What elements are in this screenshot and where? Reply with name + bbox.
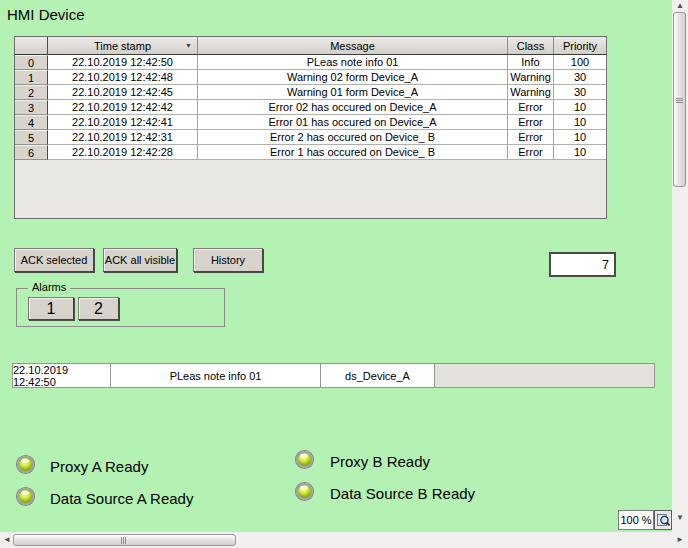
cell-priority: 10 [554, 145, 606, 160]
alarm-row[interactable]: 6 22.10.2019 12:42:28 Error 1 has occure… [15, 145, 606, 160]
scroll-down-icon[interactable]: ▼ [676, 514, 684, 522]
zoom-level-value: 100 % [618, 510, 654, 530]
proxy-b-label: Proxy B Ready [330, 451, 430, 472]
page-title: HMI Device [7, 6, 85, 23]
scroll-up-icon[interactable]: ▲ [676, 2, 684, 10]
cell-class: Error [508, 100, 554, 115]
cell-message: Error 01 has occured on Device_A [198, 115, 508, 130]
alarm-table-header: Time stamp ▼ Message Class Priority [15, 37, 606, 55]
sort-desc-icon: ▼ [185, 42, 192, 49]
cell-priority: 100 [554, 55, 606, 70]
row-number: 2 [15, 85, 48, 100]
horizontal-scrollbar[interactable]: ◄ ► [0, 532, 688, 548]
cell-priority: 30 [554, 85, 606, 100]
proxy-a-led-icon [17, 456, 34, 473]
horizontal-scrollbar-thumb[interactable] [13, 534, 236, 546]
cell-message: Error 2 has occured on Device_ B [198, 130, 508, 145]
alarm-line-timestamp: 22.10.2019 12:42:50 [12, 363, 111, 388]
alarm-table: Time stamp ▼ Message Class Priority 0 22… [14, 36, 607, 219]
alarm-row[interactable]: 5 22.10.2019 12:42:31 Error 2 has occure… [15, 130, 606, 145]
cell-timestamp: 22.10.2019 12:42:45 [48, 85, 198, 100]
ack-selected-button[interactable]: ACK selected [14, 248, 94, 272]
cell-message: PLeas note info 01 [198, 55, 508, 70]
row-number: 6 [15, 145, 48, 160]
alarm-line-message: PLeas note info 01 [111, 363, 321, 388]
cell-timestamp: 22.10.2019 12:42:50 [48, 55, 198, 70]
cell-timestamp: 22.10.2019 12:42:42 [48, 100, 198, 115]
cell-priority: 30 [554, 70, 606, 85]
cell-timestamp: 22.10.2019 12:42:28 [48, 145, 198, 160]
cell-message: Warning 01 form Device_A [198, 85, 508, 100]
cell-priority: 10 [554, 115, 606, 130]
row-number: 1 [15, 70, 48, 85]
scrollbar-grip-icon [676, 98, 683, 103]
proxy-a-label: Proxy A Ready [50, 456, 148, 477]
cell-class: Info [508, 55, 554, 70]
data-source-a-led-icon [17, 488, 34, 505]
cell-timestamp: 22.10.2019 12:42:31 [48, 130, 198, 145]
vertical-scrollbar-thumb[interactable] [673, 12, 686, 187]
alarm-line-source: ds_Device_A [321, 363, 435, 388]
screen-background: HMI Device Time stamp ▼ Message Class Pr… [0, 0, 672, 532]
row-number: 5 [15, 130, 48, 145]
data-source-b-led-icon [296, 483, 313, 500]
data-source-b-label: Data Source B Ready [330, 483, 475, 504]
alarm-line-empty-cell [435, 363, 655, 388]
col-header-timestamp-label: Time stamp [94, 40, 151, 52]
col-header-message[interactable]: Message [198, 37, 508, 54]
cell-timestamp: 22.10.2019 12:42:41 [48, 115, 198, 130]
alarm-view-2-button[interactable]: 2 [78, 297, 119, 320]
alarm-count-field[interactable]: 7 [549, 252, 616, 277]
cell-class: Error [508, 145, 554, 160]
cell-priority: 10 [554, 130, 606, 145]
hmi-window: HMI Device Time stamp ▼ Message Class Pr… [0, 0, 688, 548]
scroll-left-icon[interactable]: ◄ [3, 536, 11, 544]
alarm-row[interactable]: 4 22.10.2019 12:42:41 Error 01 has occur… [15, 115, 606, 130]
col-header-class[interactable]: Class [508, 37, 554, 54]
proxy-b-led-icon [296, 451, 313, 468]
col-header-rownum[interactable] [15, 37, 48, 54]
cell-class: Error [508, 115, 554, 130]
alarm-row[interactable]: 2 22.10.2019 12:42:45 Warning 01 form De… [15, 85, 606, 100]
alarms-groupbox-label: Alarms [28, 281, 70, 293]
alarm-view-1-button[interactable]: 1 [28, 297, 74, 320]
row-number: 4 [15, 115, 48, 130]
cell-message: Warning 02 form Device_A [198, 70, 508, 85]
cell-timestamp: 22.10.2019 12:42:48 [48, 70, 198, 85]
alarms-groupbox: Alarms 1 2 [16, 288, 225, 327]
data-source-a-label: Data Source A Ready [50, 488, 193, 509]
alarm-line-bar: 22.10.2019 12:42:50 PLeas note info 01 d… [12, 363, 655, 388]
alarm-row[interactable]: 0 22.10.2019 12:42:50 PLeas note info 01… [15, 55, 606, 70]
scroll-right-icon[interactable]: ► [676, 536, 684, 544]
scrollbar-grip-icon [121, 537, 126, 544]
cell-message: Error 1 has occured on Device_ B [198, 145, 508, 160]
col-header-priority[interactable]: Priority [554, 37, 606, 54]
magnifier-icon [657, 513, 670, 527]
col-header-timestamp[interactable]: Time stamp ▼ [48, 37, 198, 54]
zoom-button[interactable] [654, 510, 672, 530]
row-number: 0 [15, 55, 48, 70]
alarm-row[interactable]: 1 22.10.2019 12:42:48 Warning 02 form De… [15, 70, 606, 85]
cell-class: Warning [508, 70, 554, 85]
alarm-row[interactable]: 3 22.10.2019 12:42:42 Error 02 has occur… [15, 100, 606, 115]
history-button[interactable]: History [193, 248, 263, 272]
cell-class: Error [508, 130, 554, 145]
cell-message: Error 02 has occured on Device_A [198, 100, 508, 115]
ack-all-visible-button[interactable]: ACK all visible [103, 248, 177, 272]
vertical-scrollbar[interactable]: ▲ ▼ [672, 0, 688, 532]
cell-class: Warning [508, 85, 554, 100]
row-number: 3 [15, 100, 48, 115]
cell-priority: 10 [554, 100, 606, 115]
